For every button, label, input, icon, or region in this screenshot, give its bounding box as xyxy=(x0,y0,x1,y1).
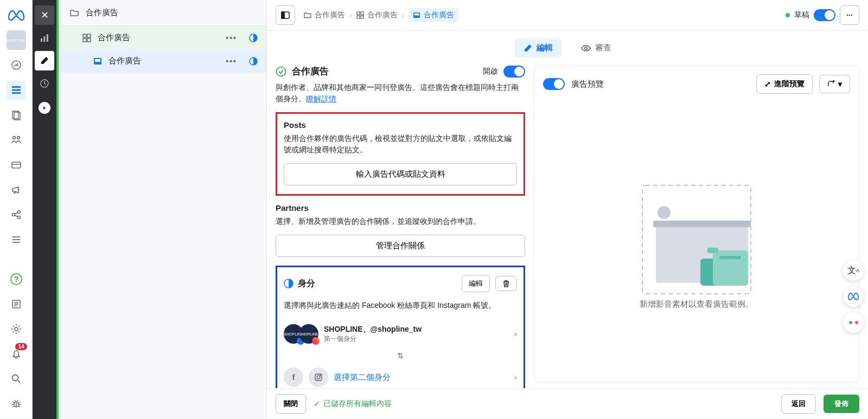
facebook-icon: f xyxy=(284,368,303,387)
svg-rect-49 xyxy=(361,16,363,18)
identity-delete-button[interactable] xyxy=(495,276,517,291)
main-panel: 合作廣告 › 合作廣告 › 合作廣告 草稿 ··· 編輯 審查 合作廣告 xyxy=(267,0,868,419)
crumb-adset[interactable]: 合作廣告 xyxy=(356,10,398,20)
svg-point-26 xyxy=(15,327,18,331)
posts-highlight-box: Posts 使用合作夥伴的廣告代碼，檢視並從對方的貼文中選取，或依貼文編號或網址… xyxy=(276,112,525,196)
crumb-campaign[interactable]: 合作廣告 xyxy=(304,10,345,20)
panel-toggle-button[interactable] xyxy=(276,5,295,25)
identity-highlight-box: 身分 編輯 選擇將與此廣告連結的 Facebook 粉絲專頁和 Instagra… xyxy=(276,266,525,388)
account-avatar[interactable]: SHOPLINE xyxy=(7,30,26,50)
status-label: 草稿 xyxy=(794,10,809,20)
settings-icon[interactable] xyxy=(7,319,26,339)
svg-rect-64 xyxy=(719,256,741,259)
expand-rail-button[interactable] xyxy=(39,102,50,114)
identity-title: 身分 xyxy=(284,278,315,289)
search-icon[interactable] xyxy=(7,369,26,389)
tab-review[interactable]: 審查 xyxy=(572,38,620,57)
chevron-right-icon: › xyxy=(349,11,352,20)
close-button[interactable]: 關閉 xyxy=(276,394,306,414)
svg-rect-46 xyxy=(357,12,360,15)
identity-sub: 第一個身分 xyxy=(324,334,422,344)
svg-rect-41 xyxy=(95,59,100,62)
advanced-preview-button[interactable]: ⤢進階預覽 xyxy=(756,74,813,94)
svg-point-8 xyxy=(12,137,15,139)
edit-tool-icon[interactable] xyxy=(35,51,54,70)
half-circle-icon xyxy=(249,57,258,66)
identity-secondary-row[interactable]: f 選擇第二個身分 › xyxy=(284,362,517,388)
manage-partners-button[interactable]: 管理合作關係 xyxy=(276,235,525,257)
svg-point-56 xyxy=(317,376,320,379)
half-circle-icon xyxy=(249,34,258,42)
close-panel-button[interactable]: ✕ xyxy=(35,5,54,25)
preview-placeholder: 新增影音素材以查看廣告範例。 xyxy=(543,105,850,373)
status-toggle[interactable] xyxy=(814,9,835,21)
tree-ad[interactable]: 合作廣告 ••• xyxy=(61,49,266,73)
swap-icon: ⇅ xyxy=(284,349,517,362)
more-menu-button[interactable]: ··· xyxy=(840,5,859,25)
help-icon[interactable]: ? xyxy=(7,269,26,289)
svg-point-59 xyxy=(658,206,671,219)
svg-rect-32 xyxy=(44,36,46,42)
floating-actions: 文A xyxy=(843,260,864,333)
translate-fab-icon[interactable]: 文A xyxy=(843,260,864,281)
svg-rect-65 xyxy=(707,248,718,253)
chevron-right-icon: › xyxy=(514,373,517,382)
svg-rect-45 xyxy=(282,12,284,18)
history-tool-icon[interactable] xyxy=(35,74,54,93)
identity-primary-row[interactable]: SHOPLINE SHOPLINE SHOPLINE、@shopline_tw … xyxy=(284,319,517,349)
svg-rect-31 xyxy=(41,38,42,42)
ig-avatar: SHOPLINE xyxy=(299,324,318,344)
tree-adset[interactable]: 合作廣告 ••• xyxy=(61,26,266,49)
reports-icon[interactable] xyxy=(7,105,26,125)
svg-rect-5 xyxy=(12,92,21,94)
share-preview-button[interactable]: ▾ xyxy=(819,75,850,93)
all-tools-icon[interactable] xyxy=(7,230,26,249)
assistant-fab-icon[interactable] xyxy=(843,312,864,333)
more-icon[interactable]: ••• xyxy=(226,34,237,42)
learn-more-link[interactable]: 瞭解詳情 xyxy=(306,94,336,103)
tree-header[interactable]: 合作廣告 xyxy=(61,0,266,26)
preview-column: 廣告預覽 ⤢進階預覽 ▾ 新 xyxy=(534,65,859,383)
svg-text:?: ? xyxy=(14,275,18,283)
bug-icon[interactable] xyxy=(7,394,26,414)
tab-edit[interactable]: 編輯 xyxy=(515,38,561,57)
ads-manager-icon[interactable] xyxy=(7,80,26,100)
saved-indicator: ✓已儲存所有編輯內容 xyxy=(314,399,392,409)
audiences-icon[interactable] xyxy=(7,130,26,150)
chart-tool-icon[interactable] xyxy=(35,28,54,48)
svg-line-28 xyxy=(17,381,20,383)
svg-point-53 xyxy=(277,67,286,76)
enter-post-code-button[interactable]: 輸入廣告代碼或貼文資料 xyxy=(284,163,517,185)
dashboard-icon[interactable] xyxy=(7,55,26,75)
news-icon[interactable] xyxy=(7,294,26,314)
notifications-icon[interactable]: 14 xyxy=(7,344,26,364)
billing-icon[interactable] xyxy=(7,155,26,175)
preview-title: 廣告預覽 xyxy=(571,79,604,89)
back-button[interactable]: 返回 xyxy=(781,394,816,414)
posts-title: Posts xyxy=(284,120,517,130)
check-icon xyxy=(276,66,286,77)
crumb-ad[interactable]: 合作廣告 xyxy=(409,8,458,22)
form-column: 合作廣告 開啟 與創作者、品牌和其他商家一同刊登廣告。這些廣告會在標題同時主打兩… xyxy=(276,65,525,388)
events-icon[interactable] xyxy=(7,205,26,224)
posts-desc: 使用合作夥伴的廣告代碼，檢視並從對方的貼文中選取，或依貼文編號或網址搜尋特定貼文… xyxy=(284,133,517,156)
identity-edit-button[interactable]: 編輯 xyxy=(462,275,490,292)
identity-name: SHOPLINE、@shopline_tw xyxy=(324,325,422,334)
svg-rect-4 xyxy=(12,89,21,91)
preview-caption: 新增影音素材以查看廣告範例。 xyxy=(640,299,754,310)
partner-ad-toggle[interactable] xyxy=(503,66,525,78)
secondary-prompt: 選擇第二個身分 xyxy=(334,372,391,383)
tabs: 編輯 審查 xyxy=(267,31,868,65)
breadcrumb: 合作廣告 › 合作廣告 › 合作廣告 xyxy=(304,8,458,22)
publish-button[interactable]: 發佈 xyxy=(824,395,859,413)
meta-fab-icon[interactable] xyxy=(843,286,864,307)
more-icon[interactable]: ••• xyxy=(226,57,237,66)
svg-rect-63 xyxy=(713,250,748,286)
svg-rect-10 xyxy=(12,162,21,168)
partner-ad-title: 合作廣告 xyxy=(292,65,329,78)
partners-title: Partners xyxy=(276,203,525,212)
svg-point-52 xyxy=(585,47,588,49)
preview-toggle[interactable] xyxy=(543,78,565,90)
status-dot-icon xyxy=(786,13,790,17)
megaphone-icon[interactable] xyxy=(7,180,26,199)
